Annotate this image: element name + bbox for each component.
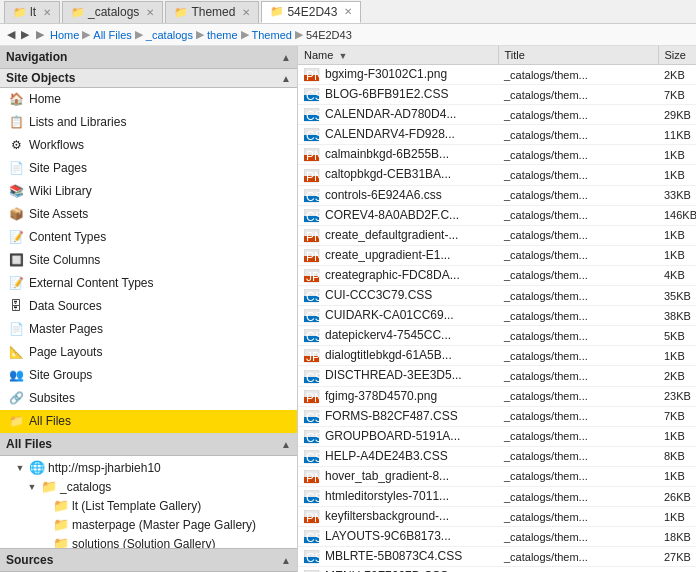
- col-name-header[interactable]: Name ▼: [298, 46, 498, 65]
- table-row[interactable]: CSSGROUPBOARD-5191A..._catalogs/them...1…: [298, 426, 696, 446]
- file-name[interactable]: JPGdialogtitlebkgd-61A5B...: [298, 346, 498, 366]
- file-name[interactable]: CSSGROUPBOARD-5191A...: [298, 426, 498, 446]
- file-name[interactable]: PNGfgimg-378D4570.png: [298, 386, 498, 406]
- nav-site-groups[interactable]: 👥 Site Groups: [0, 364, 297, 387]
- breadcrumb-catalogs[interactable]: _catalogs: [144, 29, 195, 41]
- tree-solutions[interactable]: 📁 solutions (Solution Gallery): [0, 534, 297, 548]
- breadcrumb-allfiles[interactable]: All Files: [91, 29, 134, 41]
- tree-lt[interactable]: 📁 lt (List Template Gallery): [0, 496, 297, 515]
- file-name[interactable]: CSSCALENDARV4-FD928...: [298, 125, 498, 145]
- breadcrumb-theme[interactable]: theme: [205, 29, 240, 41]
- table-row[interactable]: CSSHELP-A4DE24B3.CSS_catalogs/them...8KB…: [298, 446, 696, 466]
- file-name[interactable]: CSSdatepickerv4-7545CC...: [298, 326, 498, 346]
- table-row[interactable]: PNGkeyfiltersbackground-..._catalogs/the…: [298, 507, 696, 527]
- table-row[interactable]: CSScontrols-6E924A6.css_catalogs/them...…: [298, 185, 696, 205]
- file-name[interactable]: CSSDISCTHREAD-3EE3D5...: [298, 366, 498, 386]
- nav-content-types[interactable]: 📝 Content Types: [0, 226, 297, 249]
- tree-catalogs[interactable]: ▼ 📁 _catalogs: [0, 477, 297, 496]
- site-objects-collapse[interactable]: ▲: [281, 73, 291, 84]
- table-row[interactable]: CSSMENU-70F7667D.CSS_catalogs/them...3KB…: [298, 567, 696, 572]
- sources-title: Sources: [6, 553, 53, 567]
- tab-catalogs-close[interactable]: ✕: [146, 7, 154, 18]
- table-row[interactable]: CSSCUIDARK-CA01CC69..._catalogs/them...3…: [298, 306, 696, 326]
- nav-all-files[interactable]: 📁 All Files: [0, 410, 297, 433]
- file-name[interactable]: CSScontrols-6E924A6.css: [298, 185, 498, 205]
- tab-themed-close[interactable]: ✕: [242, 7, 250, 18]
- table-row[interactable]: PNGhover_tab_gradient-8..._catalogs/them…: [298, 466, 696, 486]
- table-row[interactable]: CSSCALENDARV4-FD928..._catalogs/them...1…: [298, 125, 696, 145]
- file-name[interactable]: CSShtmleditorstyles-7011...: [298, 486, 498, 506]
- nav-external-content[interactable]: 📝 External Content Types: [0, 272, 297, 295]
- nav-workflows[interactable]: ⚙ Workflows: [0, 134, 297, 157]
- nav-home[interactable]: 🏠 Home: [0, 88, 297, 111]
- table-row[interactable]: CSSCALENDAR-AD780D4..._catalogs/them...2…: [298, 105, 696, 125]
- tab-lt[interactable]: 📁 lt ✕: [4, 1, 60, 23]
- table-row[interactable]: CSSFORMS-B82CF487.CSS_catalogs/them...7K…: [298, 406, 696, 426]
- nav-subsites[interactable]: 🔗 Subsites: [0, 387, 297, 410]
- file-name[interactable]: CSSLAYOUTS-9C6B8173...: [298, 527, 498, 547]
- file-name[interactable]: CSSHELP-A4DE24B3.CSS: [298, 446, 498, 466]
- file-type-icon: CSS: [304, 329, 322, 343]
- file-name[interactable]: JPGcreategraphic-FDC8DA...: [298, 265, 498, 285]
- file-name[interactable]: CSSMENU-70F7667D.CSS: [298, 567, 498, 572]
- all-files-collapse[interactable]: ▲: [281, 439, 291, 450]
- file-name[interactable]: CSSMBLRTE-5B0873C4.CSS: [298, 547, 498, 567]
- catalogs-toggle[interactable]: ▼: [26, 481, 38, 493]
- table-row[interactable]: PNGfgimg-378D4570.png_catalogs/them...23…: [298, 386, 696, 406]
- table-row[interactable]: CSShtmleditorstyles-7011..._catalogs/the…: [298, 486, 696, 506]
- tab-54e2d43[interactable]: 📁 54E2D43 ✕: [261, 1, 361, 23]
- file-name[interactable]: PNGcreate_upgradient-E1...: [298, 245, 498, 265]
- table-row[interactable]: CSSDISCTHREAD-3EE3D5..._catalogs/them...…: [298, 366, 696, 386]
- table-row[interactable]: CSSBLOG-6BFB91E2.CSS_catalogs/them...7KB…: [298, 85, 696, 105]
- tab-catalogs[interactable]: 📁 _catalogs ✕: [62, 1, 163, 23]
- table-row[interactable]: CSSCOREV4-8A0ABD2F.C..._catalogs/them...…: [298, 205, 696, 225]
- tab-54e2d43-close[interactable]: ✕: [344, 6, 352, 17]
- tab-lt-close[interactable]: ✕: [43, 7, 51, 18]
- file-name[interactable]: PNGkeyfiltersbackground-...: [298, 507, 498, 527]
- table-row[interactable]: CSSLAYOUTS-9C6B8173..._catalogs/them...1…: [298, 527, 696, 547]
- file-name[interactable]: CSSCOREV4-8A0ABD2F.C...: [298, 205, 498, 225]
- file-name[interactable]: CSSCUI-CCC3C79.CSS: [298, 286, 498, 306]
- forward-button[interactable]: ▶: [18, 27, 32, 42]
- file-name[interactable]: CSSBLOG-6BFB91E2.CSS: [298, 85, 498, 105]
- table-row[interactable]: PNGcalmainbkgd-6B255B..._catalogs/them..…: [298, 145, 696, 165]
- table-row[interactable]: PNGcreate_defaultgradient-..._catalogs/t…: [298, 225, 696, 245]
- table-row[interactable]: CSSdatepickerv4-7545CC..._catalogs/them.…: [298, 326, 696, 346]
- nav-site-assets[interactable]: 📦 Site Assets: [0, 203, 297, 226]
- nav-site-pages[interactable]: 📄 Site Pages: [0, 157, 297, 180]
- table-row[interactable]: CSSMBLRTE-5B0873C4.CSS_catalogs/them...2…: [298, 547, 696, 567]
- col-size-header[interactable]: Size: [658, 46, 696, 65]
- navigation-collapse[interactable]: ▲: [281, 52, 291, 63]
- nav-master-pages[interactable]: 📄 Master Pages: [0, 318, 297, 341]
- file-name[interactable]: PNGcreate_defaultgradient-...: [298, 225, 498, 245]
- col-title-header[interactable]: Title: [498, 46, 658, 65]
- nav-lists[interactable]: 📋 Lists and Libraries: [0, 111, 297, 134]
- nav-page-layouts[interactable]: 📐 Page Layouts: [0, 341, 297, 364]
- breadcrumb-home[interactable]: Home: [48, 29, 81, 41]
- sources-collapse[interactable]: ▲: [281, 555, 291, 566]
- table-row[interactable]: PNGcreate_upgradient-E1..._catalogs/them…: [298, 245, 696, 265]
- file-name[interactable]: CSSCALENDAR-AD780D4...: [298, 105, 498, 125]
- table-row[interactable]: JPGcreategraphic-FDC8DA..._catalogs/them…: [298, 265, 696, 285]
- tab-themed[interactable]: 📁 Themed ✕: [165, 1, 259, 23]
- tree-masterpage[interactable]: 📁 masterpage (Master Page Gallery): [0, 515, 297, 534]
- file-name[interactable]: CSSFORMS-B82CF487.CSS: [298, 406, 498, 426]
- nav-data-sources[interactable]: 🗄 Data Sources: [0, 295, 297, 318]
- nav-wiki[interactable]: 📚 Wiki Library: [0, 180, 297, 203]
- table-row[interactable]: JPGdialogtitlebkgd-61A5B..._catalogs/the…: [298, 346, 696, 366]
- table-row[interactable]: PNGbgximg-F30102C1.png_catalogs/them...2…: [298, 65, 696, 85]
- file-name[interactable]: CSSCUIDARK-CA01CC69...: [298, 306, 498, 326]
- file-name[interactable]: PNGcalmainbkgd-6B255B...: [298, 145, 498, 165]
- tree-root[interactable]: ▼ 🌐 http://msp-jharbieh10: [0, 458, 297, 477]
- table-row[interactable]: PNGcaltopbkgd-CEB31BA..._catalogs/them..…: [298, 165, 696, 185]
- file-name[interactable]: PNGcaltopbkgd-CEB31BA...: [298, 165, 498, 185]
- file-name[interactable]: PNGbgximg-F30102C1.png: [298, 65, 498, 85]
- back-button[interactable]: ◀: [4, 27, 18, 42]
- sort-arrow: ▼: [338, 51, 347, 61]
- nav-site-columns[interactable]: 🔲 Site Columns: [0, 249, 297, 272]
- breadcrumb-themed[interactable]: Themed: [250, 29, 294, 41]
- file-name[interactable]: PNGhover_tab_gradient-8...: [298, 466, 498, 486]
- tab-lt-label: lt: [30, 5, 36, 19]
- table-row[interactable]: CSSCUI-CCC3C79.CSS_catalogs/them...35KBC…: [298, 286, 696, 306]
- root-toggle[interactable]: ▼: [14, 462, 26, 474]
